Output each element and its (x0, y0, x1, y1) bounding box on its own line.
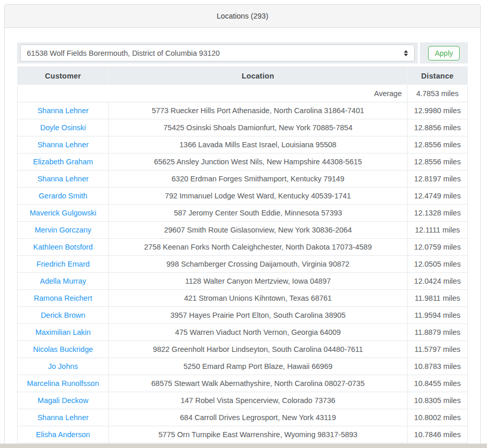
column-header-distance: Distance (407, 67, 468, 85)
distance-cell: 12.1111 miles (407, 222, 468, 239)
distance-cell: 12.8197 miles (407, 171, 468, 188)
customer-link[interactable]: Shanna Lehner (37, 175, 88, 183)
table-row: Kathleen Botsford 2758 Keenan Forks Nort… (18, 239, 468, 256)
table-row: Ramona Reichert 421 Stroman Unions Kihnt… (18, 290, 468, 307)
distance-cell: 12.8856 miles (407, 119, 468, 136)
location-cell: 792 Immanuel Lodge West Ward, Kentucky 4… (109, 188, 407, 205)
table-row: Jo Johns 5250 Emard Ramp Port Blaze, Haw… (18, 358, 468, 375)
distance-cell: 10.8783 miles (407, 358, 468, 375)
table-row: Maximilian Lakin 475 Warren Viaduct Nort… (18, 324, 468, 341)
table-row: Marcelina Runolfsson 68575 Stewart Walk … (18, 375, 468, 392)
customer-link[interactable]: Shanna Lehner (37, 106, 88, 115)
apply-button[interactable]: Apply (428, 46, 460, 60)
table-row: Elizabeth Graham 65625 Ansley Junction W… (18, 153, 468, 171)
customer-link[interactable]: Derick Brown (41, 311, 85, 319)
locations-table: Customer Location Distance Average 4.785… (17, 66, 468, 448)
table-row: Elisha Anderson 5775 Orn Turnpike East W… (18, 426, 468, 443)
customer-link[interactable]: Ramona Reichert (34, 294, 92, 302)
location-cell: 1366 Lavada Mills East Israel, Louisiana… (109, 136, 407, 153)
distance-cell: 10.8305 miles (407, 392, 468, 409)
customer-link[interactable]: Shanna Lehner (37, 413, 88, 422)
panel-heading: Locations (293) (5, 5, 480, 28)
average-label: Average (18, 85, 407, 102)
table-row: Shanna Lehner 5773 Ruecker Hills Port At… (18, 102, 468, 119)
distance-cell: 11.5797 miles (407, 341, 468, 358)
table-row: Doyle Osinski 75425 Osinski Shoals Damio… (18, 119, 468, 136)
table-row: Shanna Lehner 6320 Erdman Forges Smitham… (18, 171, 468, 188)
apply-cell: Apply (420, 42, 468, 64)
location-cell: 29607 Smith Route Gislasonview, New York… (109, 222, 407, 239)
panel-body: 61538 Wolf Fields Borermouth, District o… (5, 28, 480, 448)
location-cell: 5250 Emard Ramp Port Blaze, Hawaii 66969 (109, 358, 407, 375)
customer-link[interactable]: Kathleen Botsford (33, 243, 92, 251)
distance-cell: 12.0759 miles (407, 239, 468, 256)
table-header-row: Customer Location Distance (18, 67, 468, 85)
table-row: Friedrich Emard 998 Schamberger Crossing… (18, 256, 468, 273)
table-row: Shanna Lehner 684 Carroll Drives Legrosp… (18, 409, 468, 426)
location-form: 61538 Wolf Fields Borermouth, District o… (17, 42, 468, 64)
table-row: Maverick Gulgowski 587 Jeromy Center Sou… (18, 205, 468, 222)
customer-link[interactable]: Jo Johns (48, 362, 78, 370)
distance-cell: 12.0424 miles (407, 273, 468, 290)
location-cell: 9822 Greenholt Harbor Lindseyton, South … (109, 341, 407, 358)
table-row: Gerardo Smith 792 Immanuel Lodge West Wa… (18, 188, 468, 205)
distance-cell: 12.8556 miles (407, 136, 468, 153)
location-cell: 2758 Keenan Forks North Caleighchester, … (109, 239, 407, 256)
table-row: Mervin Gorczany 29607 Smith Route Gislas… (18, 222, 468, 239)
location-cell: 6320 Erdman Forges Smithamport, Kentucky… (109, 171, 407, 188)
customer-link[interactable]: Friedrich Emard (36, 260, 89, 268)
column-header-customer: Customer (18, 67, 109, 85)
location-cell: 5775 Orn Turnpike East Warrenshire, Wyom… (109, 426, 407, 443)
table-row: Magali Deckow 147 Robel Vista Spencervie… (18, 392, 468, 409)
customer-link[interactable]: Gerardo Smith (39, 192, 87, 200)
origin-select-cell: 61538 Wolf Fields Borermouth, District o… (17, 42, 418, 64)
table-row: Nicolas Buckridge 9822 Greenholt Harbor … (18, 341, 468, 358)
location-cell: 1128 Walter Canyon Mertzview, Iowa 04897 (109, 273, 407, 290)
customer-link[interactable]: Elisha Anderson (36, 430, 90, 439)
distance-cell: 10.7846 miles (407, 426, 468, 443)
customer-link[interactable]: Shanna Lehner (37, 141, 88, 149)
location-cell: 65625 Ansley Junction West Nils, New Ham… (109, 153, 407, 171)
table-row: Shanna Lehner 1366 Lavada Mills East Isr… (18, 136, 468, 153)
location-cell: 147 Robel Vista Spencerview, Colorado 73… (109, 392, 407, 409)
location-cell: 68575 Stewart Walk Abernathyshire, North… (109, 375, 407, 392)
location-cell: 684 Carroll Drives Legrosport, New York … (109, 409, 407, 426)
location-cell: 998 Schamberger Crossing Daijamouth, Vir… (109, 256, 407, 273)
distance-cell: 10.8002 miles (407, 409, 468, 426)
distance-cell: 12.9980 miles (407, 102, 468, 119)
location-cell: 75425 Osinski Shoals Damionfurt, New Yor… (109, 119, 407, 136)
page-title: Locations (293) (217, 12, 269, 20)
distance-cell: 10.8455 miles (407, 375, 468, 392)
distance-cell: 11.9594 miles (407, 307, 468, 324)
customer-link[interactable]: Doyle Osinski (40, 123, 86, 132)
customer-link[interactable]: Magali Deckow (38, 396, 88, 405)
distance-cell: 11.8879 miles (407, 324, 468, 341)
distance-cell: 12.1328 miles (407, 205, 468, 222)
location-cell: 3957 Hayes Prairie Port Elton, South Car… (109, 307, 407, 324)
distance-cell: 11.9811 miles (407, 290, 468, 307)
customer-link[interactable]: Nicolas Buckridge (33, 345, 93, 353)
location-cell: 421 Stroman Unions Kihntown, Texas 68761 (109, 290, 407, 307)
customer-link[interactable]: Elizabeth Graham (33, 158, 93, 166)
location-cell: 475 Warren Viaduct North Vernon, Georgia… (109, 324, 407, 341)
customer-link[interactable]: Maximilian Lakin (35, 328, 90, 336)
customer-link[interactable]: Adella Murray (40, 277, 86, 285)
distance-cell: 12.8556 miles (407, 153, 468, 171)
origin-location-select[interactable]: 61538 Wolf Fields Borermouth, District o… (20, 44, 415, 61)
locations-panel: Locations (293) 61538 Wolf Fields Borerm… (4, 4, 481, 448)
average-distance: 4.7853 miles (407, 85, 468, 102)
distance-cell: 12.4749 miles (407, 188, 468, 205)
average-row: Average 4.7853 miles (18, 85, 468, 102)
table-row: Adella Murray 1128 Walter Canyon Mertzvi… (18, 273, 468, 290)
distance-cell: 12.0505 miles (407, 256, 468, 273)
table-body: Average 4.7853 miles Shanna Lehner 5773 … (18, 85, 468, 448)
customer-link[interactable]: Maverick Gulgowski (30, 209, 97, 217)
table-row: Derick Brown 3957 Hayes Prairie Port Elt… (18, 307, 468, 324)
customer-link[interactable]: Marcelina Runolfsson (27, 379, 99, 388)
location-cell: 587 Jeromy Center South Eddie, Minnesota… (109, 205, 407, 222)
horizontal-scrollbar[interactable] (0, 443, 487, 448)
location-cell: 5773 Ruecker Hills Port Athenaside, Nort… (109, 102, 407, 119)
customer-link[interactable]: Mervin Gorczany (35, 226, 91, 234)
column-header-location: Location (109, 67, 407, 85)
